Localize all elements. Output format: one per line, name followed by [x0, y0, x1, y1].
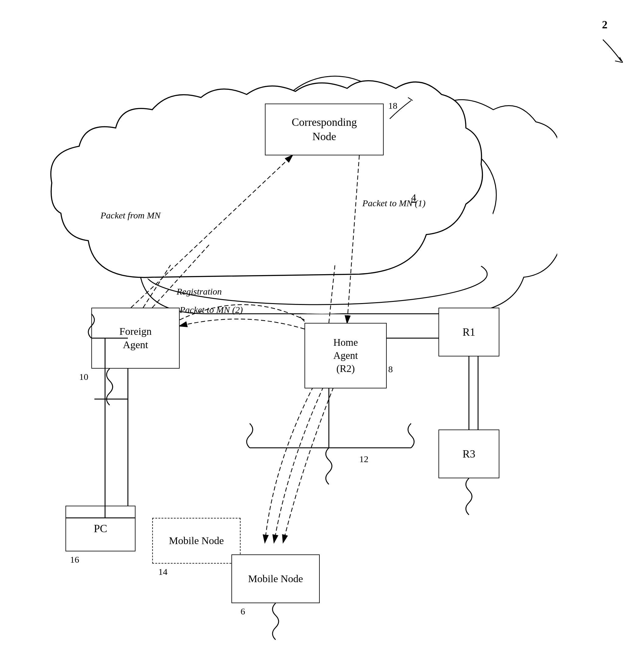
- figure-number: 2: [602, 18, 608, 31]
- packet-from-mn-label: Packet from MN: [100, 210, 160, 221]
- ref-10: 10: [79, 372, 88, 382]
- ref-14: 14: [158, 567, 167, 577]
- svg-line-33: [620, 57, 623, 62]
- svg-line-32: [615, 61, 623, 62]
- registration-label: Registration: [176, 286, 222, 297]
- ref-8: 8: [388, 364, 393, 374]
- home-agent-box: HomeAgent(R2): [304, 323, 387, 389]
- r1-box: R1: [439, 308, 500, 356]
- ref-16: 16: [70, 554, 79, 565]
- packet-to-mn-1-label: Packet to MN (1): [362, 198, 425, 208]
- mobile-node-dashed-box: Mobile Node: [152, 518, 240, 564]
- foreign-agent-box: ForeignAgent: [91, 308, 180, 369]
- r3-box: R3: [439, 430, 500, 478]
- ref-6: 6: [240, 606, 245, 617]
- diagram: 2 4: [0, 0, 644, 651]
- mobile-node-solid-box: Mobile Node: [231, 554, 320, 603]
- corresponding-node-box: CorrespondingNode: [265, 103, 384, 155]
- ref-12: 12: [359, 454, 368, 464]
- packet-to-mn-2-label: Packet to MN (2): [180, 305, 243, 315]
- ref-18: 18: [388, 100, 397, 111]
- pc-box: PC: [65, 506, 135, 551]
